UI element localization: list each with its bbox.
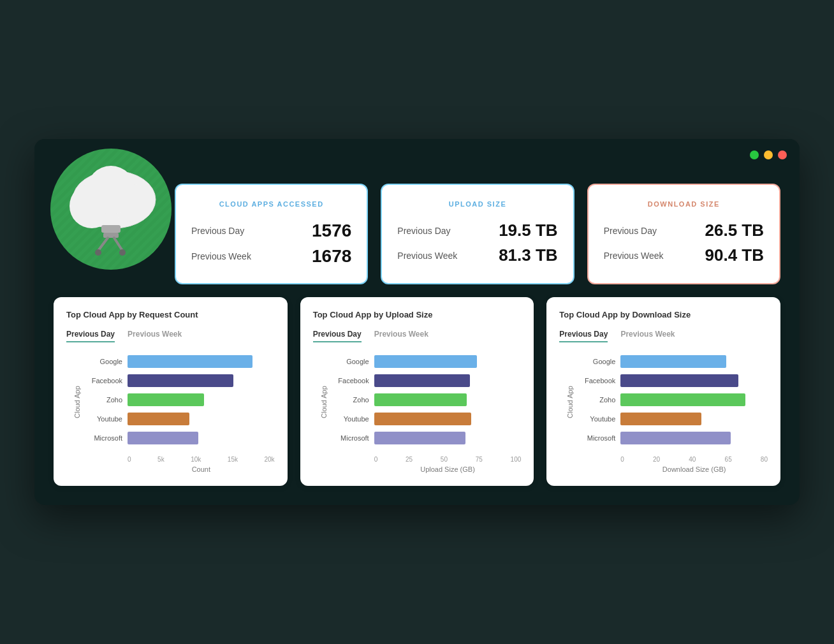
x-tick-0: 0 xyxy=(128,456,131,463)
x-tick-1: 50 xyxy=(441,456,448,463)
x-tick-0: 5k xyxy=(157,456,165,463)
bar-row-0-0: Google xyxy=(85,355,275,368)
upload-size-card: UPLOAD SIZE Previous Day 19.5 TB Previou… xyxy=(381,184,574,284)
main-content: CLOUD APPS ACCESSED Previous Day 1576 Pr… xyxy=(34,171,800,505)
cloud-illustration xyxy=(47,145,187,273)
bar-fill-0-3 xyxy=(128,413,189,425)
bar-row-2-4: Microsoft xyxy=(578,432,768,444)
x-tick-2: 40 xyxy=(689,456,696,463)
download-day-value: 26.5 TB xyxy=(705,221,764,240)
bar-label-1-3: Youtube xyxy=(332,415,369,423)
bar-label-1-0: Google xyxy=(332,358,369,365)
chart-title-0: Top Cloud App by Request Count xyxy=(66,310,275,319)
x-tick-0: 10k xyxy=(191,456,201,463)
bar-fill-2-3 xyxy=(620,413,701,425)
bar-fill-2-0 xyxy=(620,355,726,368)
upload-week-label: Previous Week xyxy=(397,251,457,261)
upload-day-value: 19.5 TB xyxy=(499,221,558,240)
upload-week-value: 81.3 TB xyxy=(499,245,558,265)
bar-fill-0-4 xyxy=(128,432,198,444)
cloud-apps-title: CLOUD APPS ACCESSED xyxy=(191,196,351,212)
green-dot[interactable] xyxy=(750,150,759,159)
cloud-apps-day-label: Previous Day xyxy=(191,226,244,236)
chart-tab-2-1[interactable]: Previous Week xyxy=(620,327,675,342)
bar-fill-0-0 xyxy=(128,355,252,368)
download-day-label: Previous Day xyxy=(604,226,657,236)
bar-label-2-0: Google xyxy=(578,358,615,365)
download-week-row: Previous Week 90.4 TB xyxy=(604,245,764,265)
upload-week-row: Previous Week 81.3 TB xyxy=(397,245,557,265)
chart-card-upload-size-chart: Top Cloud App by Upload SizePrevious Day… xyxy=(300,297,534,486)
app-window: CLOUD APPS ACCESSED Previous Day 1576 Pr… xyxy=(34,139,800,505)
bar-fill-0-2 xyxy=(128,393,204,406)
yellow-dot[interactable] xyxy=(764,150,773,159)
bar-row-2-3: Youtube xyxy=(578,413,768,425)
svg-rect-7 xyxy=(101,225,121,233)
x-tick-2: 80 xyxy=(761,456,768,463)
bar-row-1-4: Microsoft xyxy=(332,432,522,444)
bar-row-1-1: Facebook xyxy=(332,374,522,387)
bar-label-1-1: Facebook xyxy=(332,377,369,384)
upload-day-row: Previous Day 19.5 TB xyxy=(397,221,557,240)
bar-row-0-4: Microsoft xyxy=(85,432,275,444)
bar-row-1-3: Youtube xyxy=(332,413,522,425)
x-axis-label-2: Download Size (GB) xyxy=(620,465,768,473)
red-dot[interactable] xyxy=(778,150,787,159)
chart-tab-1-0[interactable]: Previous Day xyxy=(313,327,362,342)
y-axis-label-1: Cloud App xyxy=(320,386,328,418)
charts-row: Top Cloud App by Request CountPrevious D… xyxy=(54,297,780,486)
svg-point-6 xyxy=(87,166,135,214)
chart-tab-0-1[interactable]: Previous Week xyxy=(128,327,182,342)
x-tick-1: 0 xyxy=(374,456,378,463)
bar-row-2-1: Facebook xyxy=(578,374,768,387)
y-axis-label-2: Cloud App xyxy=(567,386,574,418)
download-week-label: Previous Week xyxy=(604,251,664,261)
x-tick-1: 100 xyxy=(511,456,522,463)
x-tick-0: 15k xyxy=(228,456,238,463)
bar-row-0-2: Zoho xyxy=(85,393,275,406)
svg-rect-8 xyxy=(103,233,119,238)
bar-label-2-4: Microsoft xyxy=(578,434,615,442)
bar-fill-1-4 xyxy=(374,432,465,444)
bar-label-1-2: Zoho xyxy=(332,396,369,404)
x-tick-2: 65 xyxy=(725,456,732,463)
bar-fill-1-0 xyxy=(374,355,477,368)
bar-label-1-4: Microsoft xyxy=(332,434,369,442)
bar-fill-0-1 xyxy=(128,374,233,387)
cloud-apps-day-row: Previous Day 1576 xyxy=(191,221,351,241)
download-week-value: 90.4 TB xyxy=(705,245,764,265)
bar-label-0-3: Youtube xyxy=(85,415,122,423)
download-day-row: Previous Day 26.5 TB xyxy=(604,221,764,240)
chart-tab-1-1[interactable]: Previous Week xyxy=(374,327,428,342)
x-tick-1: 75 xyxy=(476,456,483,463)
cloud-apps-week-value: 1678 xyxy=(312,246,351,267)
cloud-apps-card: CLOUD APPS ACCESSED Previous Day 1576 Pr… xyxy=(175,184,368,284)
bar-fill-2-1 xyxy=(620,374,738,387)
bar-label-0-4: Microsoft xyxy=(85,434,122,442)
x-tick-2: 0 xyxy=(620,456,624,463)
bar-label-2-2: Zoho xyxy=(578,396,615,404)
svg-point-12 xyxy=(119,249,126,256)
bar-label-2-3: Youtube xyxy=(578,415,615,423)
bar-fill-1-1 xyxy=(374,374,470,387)
chart-title-2: Top Cloud App by Download Size xyxy=(559,310,768,319)
bar-fill-1-2 xyxy=(374,393,467,406)
chart-tab-2-0[interactable]: Previous Day xyxy=(559,327,608,342)
stats-row: CLOUD APPS ACCESSED Previous Day 1576 Pr… xyxy=(175,171,780,284)
bar-row-2-0: Google xyxy=(578,355,768,368)
bar-label-0-0: Google xyxy=(85,358,122,365)
cloud-apps-week-row: Previous Week 1678 xyxy=(191,246,351,267)
chart-tab-0-0[interactable]: Previous Day xyxy=(66,327,115,342)
bar-label-0-2: Zoho xyxy=(85,396,122,404)
bar-row-1-2: Zoho xyxy=(332,393,522,406)
bar-row-1-0: Google xyxy=(332,355,522,368)
download-size-card: DOWNLOAD SIZE Previous Day 26.5 TB Previ… xyxy=(587,184,780,284)
x-tick-2: 20 xyxy=(653,456,660,463)
bar-row-2-2: Zoho xyxy=(578,393,768,406)
bar-label-0-1: Facebook xyxy=(85,377,122,384)
chart-card-download-size-chart: Top Cloud App by Download SizePrevious D… xyxy=(546,297,780,486)
upload-day-label: Previous Day xyxy=(397,226,450,236)
cloud-apps-day-value: 1576 xyxy=(312,221,351,241)
y-axis-label-0: Cloud App xyxy=(73,386,81,418)
chart-title-1: Top Cloud App by Upload Size xyxy=(313,310,522,319)
